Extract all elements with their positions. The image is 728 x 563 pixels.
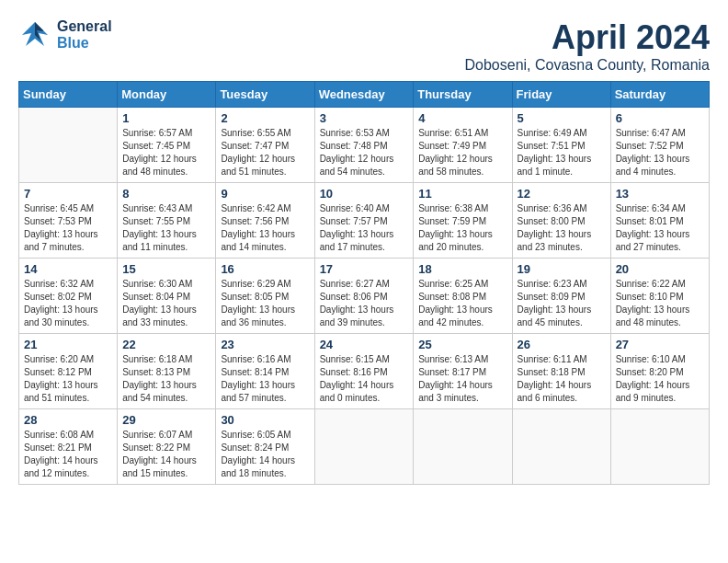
day-number: 15 xyxy=(122,262,210,276)
day-info: Sunrise: 6:34 AM Sunset: 8:01 PM Dayligh… xyxy=(616,202,704,254)
calendar-week-5: 28Sunrise: 6:08 AM Sunset: 8:21 PM Dayli… xyxy=(19,409,710,485)
calendar-cell: 13Sunrise: 6:34 AM Sunset: 8:01 PM Dayli… xyxy=(610,183,709,259)
day-number: 8 xyxy=(122,187,210,201)
calendar-cell: 26Sunrise: 6:11 AM Sunset: 8:18 PM Dayli… xyxy=(512,334,610,409)
calendar-cell: 15Sunrise: 6:30 AM Sunset: 8:04 PM Dayli… xyxy=(118,259,216,334)
day-info: Sunrise: 6:43 AM Sunset: 7:55 PM Dayligh… xyxy=(122,202,210,254)
calendar-cell: 20Sunrise: 6:22 AM Sunset: 8:10 PM Dayli… xyxy=(610,259,709,334)
day-info: Sunrise: 6:20 AM Sunset: 8:12 PM Dayligh… xyxy=(24,353,112,405)
day-number: 29 xyxy=(122,413,210,427)
day-info: Sunrise: 6:36 AM Sunset: 8:00 PM Dayligh… xyxy=(518,202,606,254)
day-number: 4 xyxy=(418,111,506,125)
day-number: 21 xyxy=(24,338,112,351)
calendar-cell: 14Sunrise: 6:32 AM Sunset: 8:02 PM Dayli… xyxy=(19,259,118,334)
col-header-thursday: Thursday xyxy=(414,82,512,108)
day-info: Sunrise: 6:38 AM Sunset: 7:59 PM Dayligh… xyxy=(418,202,506,254)
calendar-cell xyxy=(19,108,118,183)
day-number: 6 xyxy=(616,111,704,125)
calendar-cell: 17Sunrise: 6:27 AM Sunset: 8:06 PM Dayli… xyxy=(314,259,414,334)
calendar-cell: 29Sunrise: 6:07 AM Sunset: 8:22 PM Dayli… xyxy=(118,409,216,485)
day-number: 28 xyxy=(24,413,112,427)
calendar-cell xyxy=(314,409,414,485)
month-title: April 2024 xyxy=(464,18,710,57)
day-number: 30 xyxy=(221,413,309,427)
calendar-table: SundayMondayTuesdayWednesdayThursdayFrid… xyxy=(18,81,710,485)
calendar-cell: 3Sunrise: 6:53 AM Sunset: 7:48 PM Daylig… xyxy=(314,108,414,183)
day-info: Sunrise: 6:55 AM Sunset: 7:47 PM Dayligh… xyxy=(221,127,309,178)
calendar-cell: 8Sunrise: 6:43 AM Sunset: 7:55 PM Daylig… xyxy=(118,183,216,259)
calendar-cell: 6Sunrise: 6:47 AM Sunset: 7:52 PM Daylig… xyxy=(610,108,709,183)
day-info: Sunrise: 6:08 AM Sunset: 8:21 PM Dayligh… xyxy=(24,429,112,480)
page-header: General Blue April 2024 Doboseni, Covasn… xyxy=(18,18,710,74)
col-header-monday: Monday xyxy=(118,82,216,108)
logo-text: General Blue xyxy=(57,18,112,52)
calendar-cell: 11Sunrise: 6:38 AM Sunset: 7:59 PM Dayli… xyxy=(414,183,512,259)
calendar-cell: 5Sunrise: 6:49 AM Sunset: 7:51 PM Daylig… xyxy=(512,108,610,183)
calendar-cell: 30Sunrise: 6:05 AM Sunset: 8:24 PM Dayli… xyxy=(216,409,314,485)
day-info: Sunrise: 6:15 AM Sunset: 8:16 PM Dayligh… xyxy=(320,353,409,405)
day-info: Sunrise: 6:45 AM Sunset: 7:53 PM Dayligh… xyxy=(24,202,112,254)
day-number: 25 xyxy=(418,338,506,351)
day-number: 17 xyxy=(320,262,409,276)
day-number: 24 xyxy=(320,338,409,351)
day-number: 9 xyxy=(221,187,309,201)
day-number: 18 xyxy=(418,262,506,276)
calendar-header-row: SundayMondayTuesdayWednesdayThursdayFrid… xyxy=(19,82,710,108)
day-info: Sunrise: 6:49 AM Sunset: 7:51 PM Dayligh… xyxy=(518,127,606,178)
calendar-cell: 23Sunrise: 6:16 AM Sunset: 8:14 PM Dayli… xyxy=(216,334,314,409)
col-header-sunday: Sunday xyxy=(19,82,118,108)
day-info: Sunrise: 6:30 AM Sunset: 8:04 PM Dayligh… xyxy=(122,278,210,329)
day-info: Sunrise: 6:07 AM Sunset: 8:22 PM Dayligh… xyxy=(122,429,210,480)
day-info: Sunrise: 6:23 AM Sunset: 8:09 PM Dayligh… xyxy=(518,278,606,329)
day-number: 16 xyxy=(221,262,309,276)
day-info: Sunrise: 6:27 AM Sunset: 8:06 PM Dayligh… xyxy=(320,278,409,329)
calendar-cell xyxy=(512,409,610,485)
calendar-cell xyxy=(610,409,709,485)
day-number: 5 xyxy=(518,111,606,125)
day-info: Sunrise: 6:42 AM Sunset: 7:56 PM Dayligh… xyxy=(221,202,309,254)
calendar-week-2: 7Sunrise: 6:45 AM Sunset: 7:53 PM Daylig… xyxy=(19,183,710,259)
title-block: April 2024 Doboseni, Covasna County, Rom… xyxy=(464,18,710,74)
day-number: 27 xyxy=(616,338,704,351)
day-info: Sunrise: 6:32 AM Sunset: 8:02 PM Dayligh… xyxy=(24,278,112,329)
day-info: Sunrise: 6:51 AM Sunset: 7:49 PM Dayligh… xyxy=(418,127,506,178)
day-number: 7 xyxy=(24,187,112,201)
day-number: 14 xyxy=(24,262,112,276)
day-info: Sunrise: 6:18 AM Sunset: 8:13 PM Dayligh… xyxy=(122,353,210,405)
calendar-week-4: 21Sunrise: 6:20 AM Sunset: 8:12 PM Dayli… xyxy=(19,334,710,409)
day-number: 2 xyxy=(221,111,309,125)
calendar-cell: 7Sunrise: 6:45 AM Sunset: 7:53 PM Daylig… xyxy=(19,183,118,259)
calendar-cell: 25Sunrise: 6:13 AM Sunset: 8:17 PM Dayli… xyxy=(414,334,512,409)
day-number: 19 xyxy=(518,262,606,276)
day-info: Sunrise: 6:29 AM Sunset: 8:05 PM Dayligh… xyxy=(221,278,309,329)
col-header-tuesday: Tuesday xyxy=(216,82,314,108)
calendar-week-3: 14Sunrise: 6:32 AM Sunset: 8:02 PM Dayli… xyxy=(19,259,710,334)
day-info: Sunrise: 6:57 AM Sunset: 7:45 PM Dayligh… xyxy=(122,127,210,178)
calendar-cell: 10Sunrise: 6:40 AM Sunset: 7:57 PM Dayli… xyxy=(314,183,414,259)
calendar-cell: 4Sunrise: 6:51 AM Sunset: 7:49 PM Daylig… xyxy=(414,108,512,183)
calendar-cell: 9Sunrise: 6:42 AM Sunset: 7:56 PM Daylig… xyxy=(216,183,314,259)
day-number: 23 xyxy=(221,338,309,351)
calendar-cell: 12Sunrise: 6:36 AM Sunset: 8:00 PM Dayli… xyxy=(512,183,610,259)
calendar-cell: 21Sunrise: 6:20 AM Sunset: 8:12 PM Dayli… xyxy=(19,334,118,409)
day-info: Sunrise: 6:25 AM Sunset: 8:08 PM Dayligh… xyxy=(418,278,506,329)
calendar-cell: 1Sunrise: 6:57 AM Sunset: 7:45 PM Daylig… xyxy=(118,108,216,183)
day-number: 26 xyxy=(518,338,606,351)
col-header-friday: Friday xyxy=(512,82,610,108)
day-info: Sunrise: 6:13 AM Sunset: 8:17 PM Dayligh… xyxy=(418,353,506,405)
day-info: Sunrise: 6:05 AM Sunset: 8:24 PM Dayligh… xyxy=(221,429,309,480)
day-info: Sunrise: 6:47 AM Sunset: 7:52 PM Dayligh… xyxy=(616,127,704,178)
logo: General Blue xyxy=(18,18,112,52)
day-info: Sunrise: 6:16 AM Sunset: 8:14 PM Dayligh… xyxy=(221,353,309,405)
day-number: 10 xyxy=(320,187,409,201)
day-number: 3 xyxy=(320,111,409,125)
day-info: Sunrise: 6:40 AM Sunset: 7:57 PM Dayligh… xyxy=(320,202,409,254)
calendar-cell: 22Sunrise: 6:18 AM Sunset: 8:13 PM Dayli… xyxy=(118,334,216,409)
day-info: Sunrise: 6:22 AM Sunset: 8:10 PM Dayligh… xyxy=(616,278,704,329)
day-info: Sunrise: 6:53 AM Sunset: 7:48 PM Dayligh… xyxy=(320,127,409,178)
location-title: Doboseni, Covasna County, Romania xyxy=(464,57,710,74)
calendar-week-1: 1Sunrise: 6:57 AM Sunset: 7:45 PM Daylig… xyxy=(19,108,710,183)
col-header-saturday: Saturday xyxy=(610,82,709,108)
day-number: 11 xyxy=(418,187,506,201)
day-number: 12 xyxy=(518,187,606,201)
